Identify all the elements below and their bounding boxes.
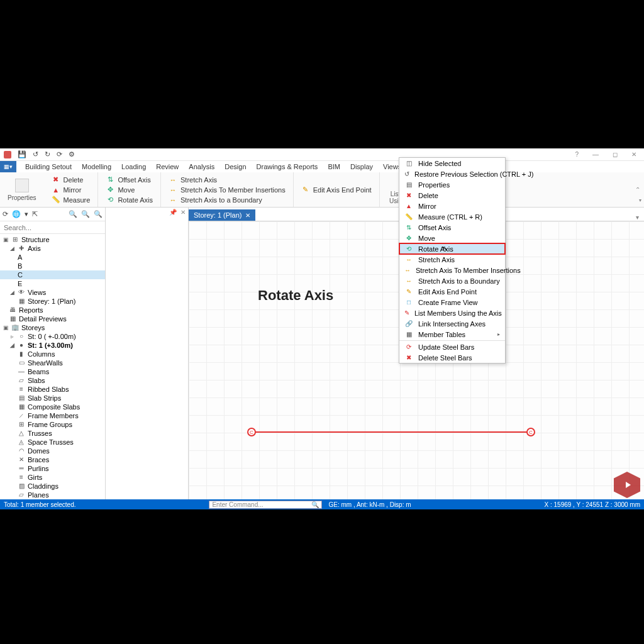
tree-girts[interactable]: ≡Girts [0, 473, 105, 482]
tree-composite-slabs[interactable]: ▦Composite Slabs [0, 402, 105, 411]
maximize-icon[interactable]: ◻ [609, 151, 621, 158]
ctx-hide-selected[interactable]: ◫Hide Selected [399, 158, 505, 169]
ctx-stretch-member[interactable]: ↔Stretch Axis To Member Insertions [399, 265, 505, 275]
zoom-in-icon[interactable]: 🔍 [69, 210, 77, 218]
tree-axis-c[interactable]: C [0, 270, 105, 279]
ctx-offset-axis[interactable]: ⇅Offset Axis [399, 222, 505, 233]
tree-braces[interactable]: ✕Braces [0, 455, 105, 464]
save-icon[interactable]: 💾 [18, 150, 26, 158]
ribbon-offset-axis[interactable]: ⇅Offset Axis [104, 175, 154, 184]
ctx-delete[interactable]: ✖Delete [399, 190, 505, 201]
view-tab[interactable]: Storey: 1 (Plan) ✕ [189, 209, 255, 221]
ctx-delete-steel[interactable]: ✖Delete Steel Bars [399, 352, 505, 363]
tree-shearwalls[interactable]: ▭ShearWalls [0, 358, 105, 367]
minimize-icon[interactable]: — [589, 151, 602, 158]
ctx-stretch-axis[interactable]: ↔Stretch Axis [399, 254, 505, 265]
menu-review[interactable]: Review [151, 163, 184, 170]
ribbon-rotate-axis[interactable]: ⟲Rotate Axis [104, 196, 154, 204]
ctx-rotate-axis[interactable]: ⟲Rotate Axis↖ [399, 243, 505, 254]
tree-claddings[interactable]: ▨Claddings [0, 482, 105, 491]
search-field[interactable] [0, 221, 105, 234]
tree-slab-strips[interactable]: ▤Slab Strips [0, 394, 105, 402]
ctx-link-intersecting[interactable]: 🔗Link Intersecting Axes [399, 318, 505, 329]
tree-frame-members[interactable]: ⟋Frame Members [0, 411, 105, 420]
ribbon-collapse-icon[interactable]: ⌃ [635, 186, 640, 193]
ctx-create-frame-view[interactable]: □Create Frame View [399, 297, 505, 308]
tree-trusses[interactable]: △Trusses [0, 429, 105, 438]
tree-purlins[interactable]: ═Purlins [0, 464, 105, 473]
redo-icon[interactable]: ↻ [45, 150, 50, 158]
search-icon[interactable]: 🔍 [311, 501, 319, 508]
settings-icon[interactable]: ⚙ [69, 150, 75, 158]
tree-st1[interactable]: ◢●St: 1 (+3.00m) [0, 341, 105, 350]
zoom-out-icon[interactable]: 🔍 [94, 210, 103, 218]
menu-analysis[interactable]: Analysis [184, 163, 219, 170]
tree-axis[interactable]: ◢✚Axis [0, 244, 105, 253]
ribbon-stretch-axis[interactable]: ↔Stretch Axis [167, 175, 287, 184]
tab-close-icon[interactable]: ✕ [245, 212, 250, 219]
ctx-restore-selection[interactable]: ↺Restore Previous Selection (CTRL + J) [399, 169, 505, 179]
tree-axis-a[interactable]: A [0, 253, 105, 262]
ctx-measure[interactable]: 📏Measure (CTRL + R) [399, 211, 505, 222]
menu-design[interactable]: Design [219, 163, 251, 170]
ribbon-measure[interactable]: 📏Measure [50, 196, 92, 204]
ribbon-move[interactable]: ✥Move [104, 186, 154, 194]
close-icon[interactable]: ✕ [628, 151, 640, 158]
tree-axis-b[interactable]: B [0, 262, 105, 270]
tab-dropdown-icon[interactable]: ▾ [639, 197, 641, 203]
ctx-move[interactable]: ✥Move [399, 233, 505, 243]
axis-line[interactable] [252, 431, 535, 433]
ribbon-mirror[interactable]: ▲Mirror [50, 186, 92, 194]
pin-icon[interactable]: 📌 [169, 209, 177, 216]
ctx-update-steel[interactable]: ⟳Update Steel Bars [399, 341, 505, 352]
refresh-icon[interactable]: ⟳ [57, 150, 62, 158]
tree-slabs[interactable]: ▱Slabs [0, 376, 105, 385]
help-icon[interactable]: ? [571, 151, 582, 158]
dock-close-icon[interactable]: ✕ [180, 209, 186, 216]
tree-frame-groups[interactable]: ⊞Frame Groups [0, 420, 105, 429]
tree-domes[interactable]: ◠Domes [0, 447, 105, 455]
menu-handle[interactable]: ▦▾ [0, 161, 16, 172]
tree-views[interactable]: ◢👁Views [0, 288, 105, 297]
axis-endpoint-right[interactable]: C [526, 428, 535, 436]
menu-bim[interactable]: BIM [323, 163, 345, 170]
tree-space-trusses[interactable]: ◬Space Trusses [0, 438, 105, 447]
menu-modelling[interactable]: Modelling [77, 163, 116, 170]
refresh-icon[interactable]: ⟳ [3, 210, 8, 218]
zoom-reset-icon[interactable]: 🔍 [81, 210, 90, 218]
ribbon-stretch-member[interactable]: ↔Stretch Axis To Member Insertions [167, 186, 287, 194]
ribbon-delete[interactable]: ✖Delete [50, 175, 92, 184]
tree-st0[interactable]: ▹○St: 0 ( +-0.00m) [0, 332, 105, 341]
command-input[interactable]: Enter Command...🔍 [209, 501, 322, 509]
menu-building-setout[interactable]: Building Setout [20, 163, 77, 170]
globe-icon[interactable]: 🌐 [12, 210, 21, 218]
ctx-list-members[interactable]: ✎List Members Using the Axis [399, 308, 505, 318]
tree-ribbed-slabs[interactable]: ≡Ribbed Slabs [0, 385, 105, 394]
search-input[interactable] [0, 221, 105, 233]
dropdown-icon[interactable]: ▾ [25, 210, 28, 218]
ctx-stretch-boundary[interactable]: ↔Stretch Axis to a Boundary [399, 275, 505, 286]
tree-columns[interactable]: ▮Columns [0, 350, 105, 358]
ctx-edit-endpoint[interactable]: ✎Edit Axis End Point [399, 286, 505, 297]
tree-beams[interactable]: —Beams [0, 367, 105, 376]
axis-endpoint-left[interactable]: C [247, 428, 256, 436]
ribbon-properties[interactable]: Properties [0, 172, 44, 207]
tree-axis-e[interactable]: E [0, 279, 105, 288]
undo-icon[interactable]: ↺ [33, 150, 38, 158]
tab-overflow-icon[interactable]: ▾ [631, 214, 644, 221]
ctx-member-tables[interactable]: ▦Member Tables▸ [399, 329, 505, 340]
tree-planes[interactable]: ▱Planes [0, 491, 105, 499]
ctx-mirror[interactable]: ▲Mirror [399, 201, 505, 211]
menu-loading[interactable]: Loading [116, 163, 151, 170]
tree-reports[interactable]: 🖶Reports [0, 306, 105, 314]
ribbon-edit-endpoint[interactable]: ✎Edit Axis End Point [300, 186, 373, 194]
tree-storeys[interactable]: ▣🏢Storeys [0, 323, 105, 332]
tree-structure[interactable]: ▣⊞Structure [0, 235, 105, 244]
tree-detail-previews[interactable]: ▦Detail Previews [0, 314, 105, 323]
ribbon-stretch-boundary[interactable]: ↔Stretch Axis to a Boundary [167, 196, 287, 204]
menu-display[interactable]: Display [345, 163, 378, 170]
ctx-properties[interactable]: ▤Properties [399, 179, 505, 190]
menu-drawings-reports[interactable]: Drawings & Reports [252, 163, 323, 170]
tree-storey-plan[interactable]: ▦Storey: 1 (Plan) [0, 297, 105, 306]
tree-icon[interactable]: ⇱ [32, 210, 38, 218]
